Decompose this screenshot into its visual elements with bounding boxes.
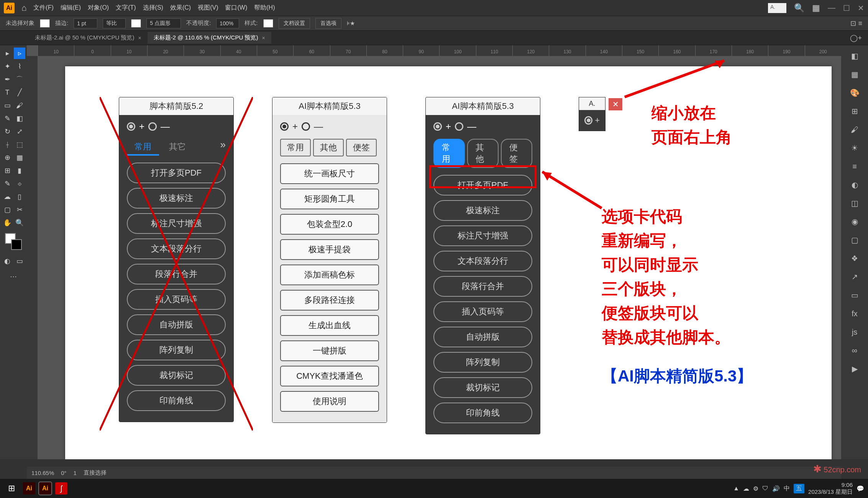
scale-mode[interactable] — [103, 18, 126, 28]
menu-help[interactable]: 帮助(H) — [254, 4, 275, 12]
free-transform-tool[interactable]: ⬚ — [14, 139, 25, 150]
btn-crop-marks-53[interactable]: 裁切标记 — [433, 377, 532, 398]
panel-mini-close[interactable]: ✕ — [609, 98, 622, 110]
stroke-weight-input[interactable] — [74, 18, 97, 28]
width-tool[interactable]: ⟊ — [2, 139, 13, 150]
btn-fast-bag[interactable]: 极速手提袋 — [280, 239, 379, 260]
btn-pagenum-53[interactable]: 插入页码等 — [433, 301, 532, 322]
doc-tab-2[interactable]: 未标题-2 @ 110.65 % (CMYK/CPU 预览)× — [148, 32, 271, 44]
radio-on-icon[interactable] — [127, 122, 135, 131]
tray-icon[interactable]: 🛡 — [762, 485, 768, 492]
btn-crop-marks-52[interactable]: 裁切标记 — [127, 365, 226, 386]
start-icon[interactable]: ⊞ — [4, 481, 19, 496]
history-icon[interactable]: fx — [848, 307, 861, 320]
brush-tool[interactable]: 🖌 — [14, 100, 25, 111]
btn-box-dieline[interactable]: 包装盒型2.0 — [280, 214, 379, 235]
graph-tool[interactable]: ▯ — [14, 191, 25, 202]
swatches-icon[interactable]: ⊞ — [848, 104, 861, 118]
tab-common-53d[interactable]: 常用 — [433, 139, 465, 168]
appearance-icon[interactable]: ◉ — [848, 215, 861, 228]
radio-off-icon[interactable] — [302, 122, 310, 131]
color-mode[interactable]: ◐ — [2, 255, 13, 267]
btn-open-pdf-53[interactable]: 打开多页PDF — [433, 175, 532, 196]
arrange-icon[interactable]: ▦ — [812, 3, 820, 13]
doc-tab-1[interactable]: 未标题-2.ai @ 50 % (CMYK/CPU 预览)× — [29, 32, 148, 44]
fill-stroke-control[interactable] — [5, 233, 22, 250]
tab-notes-53d[interactable]: 便签 — [501, 139, 532, 168]
menu-window[interactable]: 窗口(W) — [225, 4, 247, 12]
btn-join-paths[interactable]: 多段路径连接 — [280, 290, 379, 311]
rect-tool[interactable]: ▭ — [2, 100, 13, 111]
edit-toolbar[interactable]: ⋯ — [8, 271, 19, 282]
close-icon[interactable]: ✕ — [858, 3, 864, 13]
btn-help[interactable]: 使用说明 — [280, 391, 379, 412]
radio-on-icon[interactable] — [584, 116, 592, 125]
stroke-icon[interactable]: ≡ — [848, 159, 861, 173]
slice-tool[interactable]: ✂ — [14, 204, 25, 215]
selection-tool[interactable]: ▸ — [2, 48, 13, 59]
btn-auto-impose-52[interactable]: 自动拼版 — [127, 314, 226, 335]
artboard-nav[interactable]: 1 — [74, 470, 77, 476]
tab-notes-53l[interactable]: 便签 — [346, 139, 377, 156]
asset-export-icon[interactable]: ↗ — [848, 270, 861, 284]
btn-add-swatch[interactable]: 添加画稿色标 — [280, 265, 379, 285]
taskbar-app-3[interactable]: ∫ — [55, 482, 67, 495]
align-icon[interactable]: ⊧★ — [347, 20, 355, 27]
tray-icon[interactable]: ☁ — [743, 485, 749, 492]
btn-array-copy-52[interactable]: 阵列复制 — [127, 340, 226, 360]
fill-swatch[interactable] — [40, 19, 50, 28]
btn-open-pdf-52[interactable]: 打开多页PDF — [127, 163, 226, 183]
tab-other-53d[interactable]: 其他 — [467, 139, 499, 168]
tab-close-icon[interactable]: × — [138, 35, 141, 41]
canvas[interactable]: 1001020304050607080901001101201301401501… — [27, 45, 841, 459]
eraser-tool[interactable]: ◧ — [14, 113, 25, 124]
search-icon[interactable]: 🔍 — [794, 3, 804, 13]
zoom-tool[interactable]: 🔍 — [14, 217, 25, 228]
brush-swatch[interactable] — [131, 19, 141, 28]
radio-off-icon[interactable] — [455, 122, 463, 131]
doc-setup-button[interactable]: 文档设置 — [279, 18, 310, 29]
tray-icon[interactable]: ▲ — [733, 485, 739, 492]
notification-icon[interactable]: 💬 — [857, 485, 864, 492]
prefs-button[interactable]: 首选项 — [315, 18, 341, 29]
tray-icon[interactable]: ⚙ — [753, 485, 758, 492]
artboard-tool[interactable]: ▢ — [2, 204, 13, 215]
pen-tool[interactable]: ✒ — [2, 74, 13, 85]
style-swatch[interactable] — [263, 19, 273, 28]
radio-off-icon[interactable] — [148, 122, 157, 131]
tab-other-53l[interactable]: 其他 — [313, 139, 344, 156]
minimize-icon[interactable]: — — [828, 3, 835, 13]
blend-tool[interactable]: ⟐ — [14, 178, 25, 189]
line-tool[interactable]: ╱ — [14, 87, 25, 98]
js-icon[interactable]: js — [848, 325, 861, 339]
btn-fast-annot-53[interactable]: 极速标注 — [433, 200, 532, 221]
screen-mode[interactable]: ▭ — [14, 255, 25, 267]
btn-cmyk-pantone[interactable]: CMYK查找潘通色 — [280, 366, 379, 386]
color-icon[interactable]: 🎨 — [848, 86, 861, 100]
scale-tool[interactable]: ⤢ — [14, 126, 25, 137]
tab-common-52[interactable]: 常用 — [127, 139, 159, 156]
menu-edit[interactable]: 编辑(E) — [61, 4, 81, 12]
btn-para-merge-53[interactable]: 段落行合并 — [433, 276, 532, 297]
taskbar-ai-2[interactable]: Ai — [39, 482, 51, 495]
btn-bleed-line[interactable]: 生成出血线 — [280, 315, 379, 336]
home-icon[interactable]: ⌂ — [21, 3, 26, 13]
graphic-styles-icon[interactable]: ▢ — [848, 233, 861, 247]
zoom-level[interactable]: 110.65% — [31, 470, 54, 476]
panel-menu-icon[interactable]: ⊡ ≡ — [850, 19, 862, 28]
gradient-tool[interactable]: ▮ — [14, 165, 25, 176]
curvature-tool[interactable]: ⌒ — [14, 74, 25, 85]
rotate-tool[interactable]: ↻ — [2, 126, 13, 137]
hand-tool[interactable]: ✋ — [2, 217, 13, 228]
tray-ime-lang[interactable]: 中 — [784, 485, 790, 493]
brush-input[interactable] — [146, 18, 181, 28]
type-tool[interactable]: T — [2, 87, 13, 98]
btn-corner-line-52[interactable]: 印前角线 — [127, 390, 226, 411]
btn-text-split-53[interactable]: 文本段落分行 — [433, 251, 532, 271]
btn-array-copy-53[interactable]: 阵列复制 — [433, 352, 532, 373]
properties-icon[interactable]: ◧ — [848, 49, 861, 63]
btn-round-rect[interactable]: 矩形圆角工具 — [280, 189, 379, 209]
wand-tool[interactable]: ✦ — [2, 61, 13, 72]
perspective-tool[interactable]: ▦ — [14, 152, 25, 163]
radio-on-icon[interactable] — [280, 122, 289, 131]
